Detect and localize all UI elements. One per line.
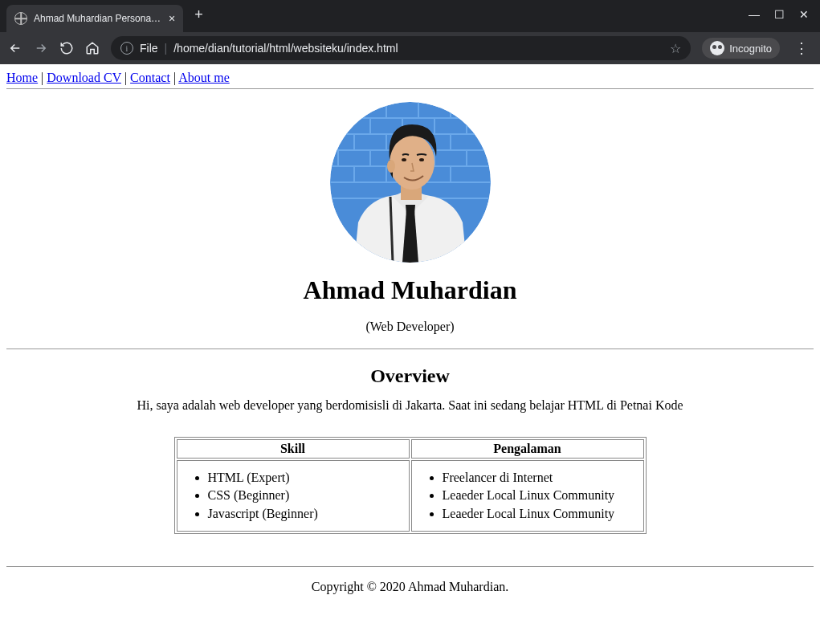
home-button[interactable] (85, 41, 100, 55)
table-row: HTML (Expert) CSS (Beginner) Javascript … (177, 460, 644, 532)
info-icon[interactable]: i (120, 42, 133, 55)
nav-link-download-cv[interactable]: Download CV (47, 71, 121, 84)
incognito-icon (710, 41, 724, 55)
nav-link-home[interactable]: Home (6, 71, 38, 84)
back-button[interactable] (8, 41, 22, 55)
list-item: CSS (Beginner) (208, 487, 401, 504)
th-pengalaman: Pengalaman (411, 439, 644, 459)
incognito-label: Incognito (729, 43, 772, 55)
close-tab-icon[interactable]: × (169, 13, 175, 24)
divider (6, 348, 814, 349)
list-item: Freelancer di Internet (443, 469, 635, 487)
page-content: Home | Download CV | Contact | About me (0, 64, 820, 613)
tab-title: Ahmad Muhardian Personal W (34, 13, 162, 24)
table-header-row: Skill Pengalaman (177, 439, 644, 459)
bookmark-star-icon[interactable]: ☆ (670, 41, 681, 56)
profile-role: (Web Developer) (6, 320, 814, 334)
window-controls: — ☐ ✕ (749, 8, 820, 21)
skills-table: Skill Pengalaman HTML (Expert) CSS (Begi… (174, 437, 647, 534)
divider (6, 88, 814, 89)
list-item: HTML (Expert) (208, 469, 401, 487)
url-bar[interactable]: i File | /home/dian/tutorial/html/websit… (111, 36, 691, 60)
svg-point-33 (402, 158, 406, 161)
nav-bar: Home | Download CV | Contact | About me (6, 71, 814, 85)
nav-link-contact[interactable]: Contact (130, 71, 170, 84)
close-window-icon[interactable]: ✕ (799, 8, 809, 21)
browser-toolbar: i File | /home/dian/tutorial/html/websit… (0, 32, 820, 64)
page-viewport: Home | Download CV | Contact | About me (0, 64, 820, 644)
overview-heading: Overview (6, 365, 814, 387)
browser-titlebar: Ahmad Muhardian Personal W × + — ☐ ✕ (0, 0, 820, 32)
overview-text: Hi, saya adalah web developer yang berdo… (6, 398, 814, 413)
globe-icon (14, 12, 27, 25)
svg-point-34 (419, 158, 424, 161)
url-separator: | (165, 42, 168, 55)
browser-tab[interactable]: Ahmad Muhardian Personal W × (6, 5, 183, 32)
new-tab-button[interactable]: + (183, 6, 214, 23)
list-item: Leaeder Local Linux Community (443, 487, 635, 504)
profile-header: Ahmad Muhardian (Web Developer) (6, 102, 814, 334)
svg-point-32 (387, 160, 395, 173)
menu-button[interactable]: ⋮ (791, 39, 812, 57)
divider (6, 566, 814, 567)
cell-experience: Freelancer di Internet Leaeder Local Lin… (411, 460, 644, 532)
incognito-badge[interactable]: Incognito (702, 38, 780, 59)
profile-name: Ahmad Muhardian (6, 275, 814, 305)
nav-link-about-me[interactable]: About me (178, 71, 230, 84)
maximize-icon[interactable]: ☐ (774, 8, 785, 21)
minimize-icon[interactable]: — (749, 8, 760, 21)
avatar-image (330, 102, 491, 263)
footer-text: Copyright © 2020 Ahmad Muhardian. (6, 580, 814, 594)
reload-button[interactable] (59, 41, 74, 55)
avatar (330, 102, 491, 263)
forward-button[interactable] (34, 41, 48, 55)
cell-skills: HTML (Expert) CSS (Beginner) Javascript … (177, 460, 410, 532)
url-path: /home/dian/tutorial/html/websiteku/index… (173, 42, 398, 55)
list-item: Javascript (Beginner) (208, 505, 401, 523)
url-scheme: File (140, 42, 158, 55)
th-skill: Skill (177, 439, 410, 459)
list-item: Leaeder Local Linux Community (443, 505, 635, 523)
